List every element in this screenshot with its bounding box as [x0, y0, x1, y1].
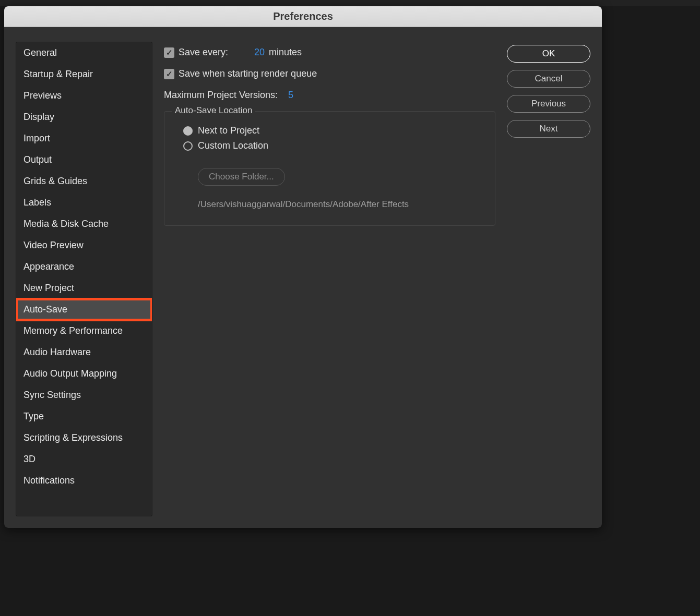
auto-save-location-legend: Auto-Save Location [172, 105, 255, 116]
save-every-label: Save every: [179, 47, 228, 58]
sidebar-item-auto-save[interactable]: Auto-Save [16, 299, 152, 320]
sidebar-item-previews[interactable]: Previews [16, 85, 152, 106]
save-every-row: ✓ Save every: 20 minutes [164, 47, 495, 58]
sidebar-item-type[interactable]: Type [16, 406, 152, 427]
choose-folder-button[interactable]: Choose Folder... [198, 168, 285, 186]
sidebar-item-notifications[interactable]: Notifications [16, 470, 152, 491]
save-on-render-row: ✓ Save when starting render queue [164, 68, 495, 79]
radio-custom-location-label: Custom Location [198, 140, 268, 151]
preferences-dialog: Preferences GeneralStartup & RepairPrevi… [4, 6, 602, 528]
radio-custom-location[interactable] [183, 141, 193, 151]
next-button[interactable]: Next [507, 120, 590, 138]
cancel-button[interactable]: Cancel [507, 70, 590, 88]
radio-next-to-project-label: Next to Project [198, 125, 259, 136]
dialog-title: Preferences [4, 6, 602, 27]
radio-next-to-project[interactable] [183, 126, 193, 136]
sidebar-item-grids-guides[interactable]: Grids & Guides [16, 171, 152, 192]
sidebar-item-video-preview[interactable]: Video Preview [16, 235, 152, 256]
previous-button[interactable]: Previous [507, 95, 590, 113]
auto-save-panel: ✓ Save every: 20 minutes ✓ Save when sta… [164, 42, 495, 516]
sidebar-item-general[interactable]: General [16, 42, 152, 64]
sidebar-item-new-project[interactable]: New Project [16, 277, 152, 299]
sidebar-item-sync-settings[interactable]: Sync Settings [16, 384, 152, 406]
max-versions-label: Maximum Project Versions: [164, 90, 278, 101]
sidebar-item-3d[interactable]: 3D [16, 449, 152, 470]
sidebar-item-import[interactable]: Import [16, 128, 152, 149]
save-on-render-checkbox[interactable]: ✓ [164, 69, 174, 79]
sidebar-item-scripting-expressions[interactable]: Scripting & Expressions [16, 427, 152, 449]
dialog-body: GeneralStartup & RepairPreviewsDisplayIm… [4, 27, 602, 528]
max-versions-row: Maximum Project Versions: 5 [164, 90, 495, 101]
radio-next-to-project-row: Next to Project [183, 125, 476, 136]
sidebar-item-memory-performance[interactable]: Memory & Performance [16, 320, 152, 342]
background-toolbar [0, 0, 700, 6]
sidebar-item-media-disk-cache[interactable]: Media & Disk Cache [16, 213, 152, 235]
auto-save-location-fieldset: Auto-Save Location Next to Project Custo… [164, 111, 495, 226]
auto-save-folder-path: /Users/vishuaggarwal/Documents/Adobe/Aft… [198, 199, 476, 210]
radio-custom-location-row: Custom Location [183, 140, 476, 151]
sidebar-item-startup-repair[interactable]: Startup & Repair [16, 64, 152, 85]
sidebar-item-output[interactable]: Output [16, 149, 152, 171]
sidebar-item-appearance[interactable]: Appearance [16, 256, 152, 277]
sidebar-item-labels[interactable]: Labels [16, 192, 152, 213]
save-on-render-label: Save when starting render queue [179, 68, 317, 79]
preferences-sidebar: GeneralStartup & RepairPreviewsDisplayIm… [16, 42, 152, 516]
save-every-checkbox[interactable]: ✓ [164, 47, 174, 58]
sidebar-item-display[interactable]: Display [16, 106, 152, 128]
save-every-unit: minutes [269, 47, 302, 58]
sidebar-item-audio-output-mapping[interactable]: Audio Output Mapping [16, 363, 152, 384]
max-versions-value[interactable]: 5 [288, 90, 293, 101]
dialog-buttons: OK Cancel Previous Next [507, 42, 590, 516]
ok-button[interactable]: OK [507, 45, 590, 63]
sidebar-item-audio-hardware[interactable]: Audio Hardware [16, 342, 152, 363]
save-every-value[interactable]: 20 [254, 47, 265, 58]
